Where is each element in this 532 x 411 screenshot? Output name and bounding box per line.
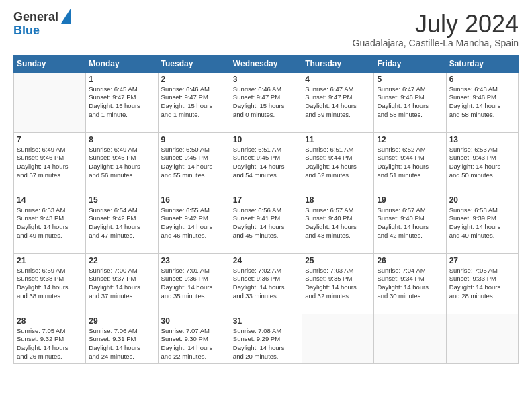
table-row: 27Sunrise: 7:05 AM Sunset: 9:33 PM Dayli…	[446, 253, 518, 314]
col-tuesday: Tuesday	[158, 55, 230, 72]
day-info: Sunrise: 6:51 AM Sunset: 9:45 PM Dayligh…	[233, 146, 299, 180]
day-info: Sunrise: 7:04 AM Sunset: 9:34 PM Dayligh…	[377, 267, 443, 301]
table-row: 21Sunrise: 6:59 AM Sunset: 9:38 PM Dayli…	[14, 253, 86, 314]
table-row: 1Sunrise: 6:45 AM Sunset: 9:47 PM Daylig…	[86, 72, 158, 132]
table-row: 20Sunrise: 6:58 AM Sunset: 9:39 PM Dayli…	[446, 193, 518, 253]
day-number: 19	[377, 195, 443, 205]
calendar-header-row: Sunday Monday Tuesday Wednesday Thursday…	[14, 55, 519, 72]
day-info: Sunrise: 6:57 AM Sunset: 9:40 PM Dayligh…	[305, 206, 371, 240]
table-row: 29Sunrise: 7:06 AM Sunset: 9:31 PM Dayli…	[86, 314, 158, 363]
month-title: July 2024	[353, 11, 519, 38]
day-info: Sunrise: 6:48 AM Sunset: 9:46 PM Dayligh…	[449, 85, 515, 120]
table-row: 18Sunrise: 6:57 AM Sunset: 9:40 PM Dayli…	[302, 193, 374, 253]
col-wednesday: Wednesday	[230, 55, 302, 72]
day-number: 13	[449, 135, 515, 144]
page: General Blue July 2024 Guadalajara, Cast…	[0, 0, 532, 411]
calendar-week-row: 21Sunrise: 6:59 AM Sunset: 9:38 PM Dayli…	[14, 253, 519, 314]
day-number: 11	[305, 135, 371, 144]
day-number: 10	[233, 135, 299, 144]
table-row: 30Sunrise: 7:07 AM Sunset: 9:30 PM Dayli…	[158, 314, 230, 363]
table-row: 19Sunrise: 6:57 AM Sunset: 9:40 PM Dayli…	[374, 193, 446, 253]
table-row	[446, 314, 518, 363]
day-info: Sunrise: 7:01 AM Sunset: 9:36 PM Dayligh…	[161, 267, 227, 301]
col-friday: Friday	[374, 55, 446, 72]
day-number: 5	[377, 75, 443, 84]
table-row: 23Sunrise: 7:01 AM Sunset: 9:36 PM Dayli…	[158, 253, 230, 314]
day-number: 9	[161, 135, 227, 144]
day-number: 3	[233, 75, 299, 84]
table-row: 6Sunrise: 6:48 AM Sunset: 9:46 PM Daylig…	[446, 72, 518, 132]
day-number: 26	[377, 256, 443, 265]
day-info: Sunrise: 7:00 AM Sunset: 9:37 PM Dayligh…	[89, 267, 154, 301]
calendar-table: Sunday Monday Tuesday Wednesday Thursday…	[13, 55, 519, 364]
day-info: Sunrise: 6:53 AM Sunset: 9:43 PM Dayligh…	[449, 146, 515, 180]
day-number: 1	[89, 75, 154, 84]
calendar-week-row: 7Sunrise: 6:49 AM Sunset: 9:46 PM Daylig…	[14, 132, 519, 193]
calendar-week-row: 14Sunrise: 6:53 AM Sunset: 9:43 PM Dayli…	[14, 193, 519, 253]
day-info: Sunrise: 6:58 AM Sunset: 9:39 PM Dayligh…	[449, 206, 515, 240]
day-number: 17	[233, 195, 299, 205]
logo-triangle-icon	[61, 9, 71, 24]
table-row: 4Sunrise: 6:47 AM Sunset: 9:47 PM Daylig…	[302, 72, 374, 132]
table-row: 7Sunrise: 6:49 AM Sunset: 9:46 PM Daylig…	[14, 132, 86, 193]
day-number: 31	[233, 316, 299, 326]
day-info: Sunrise: 6:56 AM Sunset: 9:41 PM Dayligh…	[233, 206, 299, 240]
table-row: 28Sunrise: 7:05 AM Sunset: 9:32 PM Dayli…	[14, 314, 86, 363]
col-saturday: Saturday	[446, 55, 518, 72]
table-row: 24Sunrise: 7:02 AM Sunset: 9:36 PM Dayli…	[230, 253, 302, 314]
day-number: 28	[17, 316, 83, 326]
day-info: Sunrise: 6:51 AM Sunset: 9:44 PM Dayligh…	[305, 146, 371, 180]
day-number: 8	[89, 135, 154, 144]
table-row: 22Sunrise: 7:00 AM Sunset: 9:37 PM Dayli…	[86, 253, 158, 314]
table-row: 8Sunrise: 6:49 AM Sunset: 9:45 PM Daylig…	[86, 132, 158, 193]
day-info: Sunrise: 6:46 AM Sunset: 9:47 PM Dayligh…	[161, 85, 227, 120]
day-number: 24	[233, 256, 299, 265]
col-sunday: Sunday	[14, 55, 86, 72]
table-row	[14, 72, 86, 132]
table-row: 5Sunrise: 6:47 AM Sunset: 9:46 PM Daylig…	[374, 72, 446, 132]
title-section: July 2024 Guadalajara, Castille-La Manch…	[353, 11, 519, 48]
day-number: 21	[17, 256, 83, 265]
day-info: Sunrise: 6:59 AM Sunset: 9:38 PM Dayligh…	[17, 267, 83, 301]
day-info: Sunrise: 6:52 AM Sunset: 9:44 PM Dayligh…	[377, 146, 443, 180]
col-thursday: Thursday	[302, 55, 374, 72]
calendar-week-row: 1Sunrise: 6:45 AM Sunset: 9:47 PM Daylig…	[14, 72, 519, 132]
day-info: Sunrise: 6:49 AM Sunset: 9:45 PM Dayligh…	[89, 146, 154, 180]
day-info: Sunrise: 7:06 AM Sunset: 9:31 PM Dayligh…	[89, 327, 154, 361]
table-row: 11Sunrise: 6:51 AM Sunset: 9:44 PM Dayli…	[302, 132, 374, 193]
table-row: 12Sunrise: 6:52 AM Sunset: 9:44 PM Dayli…	[374, 132, 446, 193]
table-row	[374, 314, 446, 363]
day-number: 6	[449, 75, 515, 84]
table-row: 10Sunrise: 6:51 AM Sunset: 9:45 PM Dayli…	[230, 132, 302, 193]
day-number: 4	[305, 75, 371, 84]
logo-text-line2: Blue	[13, 24, 40, 37]
table-row: 3Sunrise: 6:46 AM Sunset: 9:47 PM Daylig…	[230, 72, 302, 132]
day-info: Sunrise: 7:05 AM Sunset: 9:32 PM Dayligh…	[17, 327, 83, 361]
day-info: Sunrise: 6:55 AM Sunset: 9:42 PM Dayligh…	[161, 206, 227, 240]
col-monday: Monday	[86, 55, 158, 72]
day-number: 15	[89, 195, 154, 205]
day-info: Sunrise: 7:03 AM Sunset: 9:35 PM Dayligh…	[305, 267, 371, 301]
day-number: 16	[161, 195, 227, 205]
calendar-week-row: 28Sunrise: 7:05 AM Sunset: 9:32 PM Dayli…	[14, 314, 519, 363]
day-info: Sunrise: 6:54 AM Sunset: 9:42 PM Dayligh…	[89, 206, 154, 240]
day-number: 20	[449, 195, 515, 205]
day-info: Sunrise: 7:08 AM Sunset: 9:29 PM Dayligh…	[233, 327, 299, 361]
header: General Blue July 2024 Guadalajara, Cast…	[13, 11, 519, 48]
logo-text-line1: General	[13, 11, 58, 24]
day-info: Sunrise: 6:50 AM Sunset: 9:45 PM Dayligh…	[161, 146, 227, 180]
table-row: 17Sunrise: 6:56 AM Sunset: 9:41 PM Dayli…	[230, 193, 302, 253]
day-number: 29	[89, 316, 154, 326]
table-row: 26Sunrise: 7:04 AM Sunset: 9:34 PM Dayli…	[374, 253, 446, 314]
day-number: 23	[161, 256, 227, 265]
table-row: 31Sunrise: 7:08 AM Sunset: 9:29 PM Dayli…	[230, 314, 302, 363]
day-info: Sunrise: 6:45 AM Sunset: 9:47 PM Dayligh…	[89, 85, 154, 120]
day-info: Sunrise: 6:49 AM Sunset: 9:46 PM Dayligh…	[17, 146, 83, 180]
table-row: 15Sunrise: 6:54 AM Sunset: 9:42 PM Dayli…	[86, 193, 158, 253]
table-row: 25Sunrise: 7:03 AM Sunset: 9:35 PM Dayli…	[302, 253, 374, 314]
day-info: Sunrise: 6:46 AM Sunset: 9:47 PM Dayligh…	[233, 85, 299, 120]
day-info: Sunrise: 7:02 AM Sunset: 9:36 PM Dayligh…	[233, 267, 299, 301]
day-info: Sunrise: 7:07 AM Sunset: 9:30 PM Dayligh…	[161, 327, 227, 361]
day-info: Sunrise: 6:53 AM Sunset: 9:43 PM Dayligh…	[17, 206, 83, 240]
day-number: 12	[377, 135, 443, 144]
